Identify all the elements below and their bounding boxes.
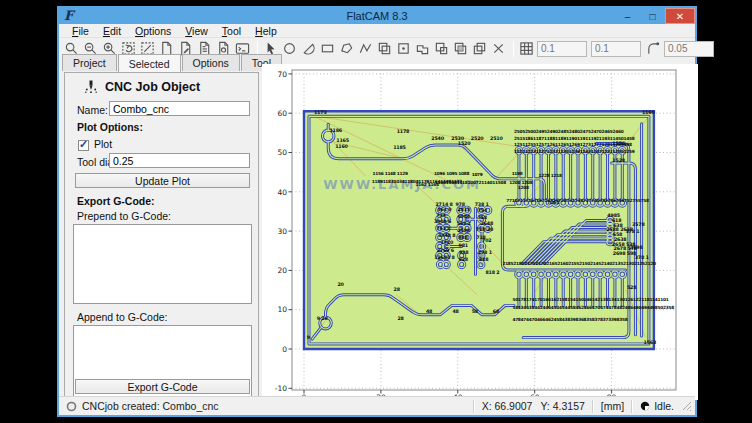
svg-text:718 20: 718 20: [476, 227, 494, 232]
grid-x-input[interactable]: [537, 41, 587, 57]
svg-text:0: 0: [282, 345, 287, 354]
svg-text:738 1: 738 1: [475, 202, 489, 207]
grid-snap-icon[interactable]: [518, 40, 537, 58]
svg-text:50: 50: [277, 148, 287, 157]
close-button[interactable]: ✕: [665, 8, 695, 24]
coord-x: X: 66.9007: [482, 400, 533, 412]
cncjob-panel: CNC Job Object Name: Plot Options: Plot …: [64, 72, 259, 398]
draw-path-button[interactable]: [357, 40, 376, 58]
minimize-button[interactable]: –: [615, 8, 640, 24]
prepend-label: Prepend to G-Code:: [77, 210, 171, 222]
svg-text:9 28: 9 28: [317, 316, 329, 321]
svg-text:1948 8: 1948 8: [438, 233, 456, 238]
svg-text:988: 988: [458, 235, 468, 240]
svg-text:758: 758: [477, 215, 487, 220]
offset-button[interactable]: [471, 40, 490, 58]
prepend-gcode-textarea[interactable]: [73, 224, 252, 304]
export-gcode-heading: Export G-Code:: [77, 195, 155, 207]
svg-text:1178: 1178: [397, 129, 410, 134]
svg-text:28: 28: [394, 287, 401, 292]
plot-canvas[interactable]: WWW.LAMJA.COM250525002495249024852480247…: [262, 64, 698, 400]
svg-text:12683 8: 12683 8: [434, 255, 455, 260]
svg-text:58: 58: [472, 309, 479, 314]
menu-help[interactable]: Help: [248, 25, 284, 37]
svg-text:928: 928: [459, 257, 469, 262]
tab-selected[interactable]: Selected: [118, 54, 181, 72]
svg-text:818 2: 818 2: [485, 270, 499, 275]
svg-text:40: 40: [277, 188, 287, 197]
svg-text:298 1: 298 1: [478, 250, 492, 255]
menu-tool[interactable]: Tool: [215, 25, 248, 37]
tab-bar: Project Selected Options Tool: [62, 55, 283, 71]
corner-snap-input[interactable]: [664, 41, 714, 57]
grid-y-input[interactable]: [591, 41, 641, 57]
svg-text:761 8: 761 8: [436, 226, 451, 231]
paste-special-button[interactable]: [395, 40, 414, 58]
svg-text:48: 48: [452, 309, 459, 314]
units-indicator: [mm]: [601, 400, 624, 412]
tab-options[interactable]: Options: [182, 54, 240, 71]
status-bar: CNCjob created: Combo_cnc X: 66.9007 Y: …: [59, 396, 695, 415]
toolbar-separator: [513, 41, 514, 57]
svg-text:1563: 1563: [644, 340, 657, 345]
svg-text:1096 1095 1088: 1096 1095 1088: [434, 171, 470, 176]
svg-text:1160: 1160: [335, 144, 348, 149]
intersect-button[interactable]: [452, 40, 471, 58]
draw-polygon-button[interactable]: [338, 40, 357, 58]
svg-text:561 0: 561 0: [437, 207, 452, 212]
svg-text:734: 734: [436, 213, 446, 218]
menu-view[interactable]: View: [178, 25, 215, 37]
svg-text:10: 10: [277, 305, 287, 314]
menu-file[interactable]: File: [65, 25, 96, 37]
coord-y: Y: 4.3157: [540, 400, 584, 412]
update-plot-button[interactable]: Update Plot: [75, 173, 250, 188]
plot-checkbox-label[interactable]: Plot: [94, 138, 112, 150]
menu-options[interactable]: Options: [128, 25, 178, 37]
svg-text:548 2: 548 2: [457, 221, 471, 226]
title-bar[interactable]: F FlatCAM 8.3 – □ ✕: [59, 8, 695, 24]
resize-grip[interactable]: [681, 400, 693, 412]
svg-text:888: 888: [479, 257, 489, 262]
delete-shape-button[interactable]: [490, 40, 509, 58]
cnc-drill-icon: [83, 79, 99, 95]
plot-area: WWW.LAMJA.COM250525002495249024852480247…: [262, 64, 698, 400]
draw-circle-button[interactable]: [281, 40, 300, 58]
svg-text:11001108111810072114011508: 11001108111810072114011508: [435, 180, 506, 185]
svg-text:1156 1148 1129: 1156 1148 1129: [372, 171, 408, 176]
plot-checkbox[interactable]: [78, 140, 89, 151]
svg-text:501781741701661621581541501461: 5017817417016616215815415014614213813413…: [512, 297, 668, 302]
svg-text:1198: 1198: [512, 171, 523, 176]
corner-snap-icon[interactable]: [645, 40, 664, 58]
svg-text:122112231227123112351239124312: 1221122312271231123512391243124712511255…: [514, 149, 635, 154]
union-button[interactable]: [414, 40, 433, 58]
menu-edit[interactable]: Edit: [96, 25, 128, 37]
draw-arc-button[interactable]: [300, 40, 319, 58]
svg-text:2714 8: 2714 8: [435, 202, 453, 207]
svg-text:20: 20: [277, 266, 287, 275]
svg-text:771071371671972272572873173473: 7710713716719722725728731734737740743746…: [506, 198, 649, 203]
window-title: FlatCAM 8.3: [59, 10, 695, 22]
draw-rectangle-button[interactable]: [319, 40, 338, 58]
svg-text:2540: 2540: [431, 136, 444, 141]
svg-text:6984: 6984: [457, 214, 470, 219]
svg-text:48: 48: [426, 309, 433, 314]
name-input[interactable]: [109, 101, 250, 116]
svg-text:702: 702: [482, 238, 491, 243]
tool-dia-input[interactable]: [109, 153, 250, 168]
svg-text:2510: 2510: [490, 136, 503, 141]
svg-text:754: 754: [477, 208, 487, 213]
desktop-background: F FlatCAM 8.3 – □ ✕ FileEditOptionsViewT…: [0, 0, 752, 423]
toolbar-group-draw: [262, 40, 509, 58]
status-message: CNCjob created: Combo_cnc: [82, 400, 219, 412]
maximize-button[interactable]: □: [640, 8, 665, 24]
export-gcode-button[interactable]: Export G-Code: [75, 379, 250, 394]
svg-text:28: 28: [397, 316, 404, 321]
copy-objects-button[interactable]: [376, 40, 395, 58]
subtract-button[interactable]: [433, 40, 452, 58]
svg-text:3598: 3598: [630, 245, 643, 250]
svg-text:1528: 1528: [612, 158, 625, 163]
tab-project[interactable]: Project: [62, 54, 117, 71]
svg-text:1720: 1720: [440, 240, 453, 245]
panel-title: CNC Job Object: [105, 80, 200, 94]
svg-text:2520: 2520: [471, 136, 484, 141]
